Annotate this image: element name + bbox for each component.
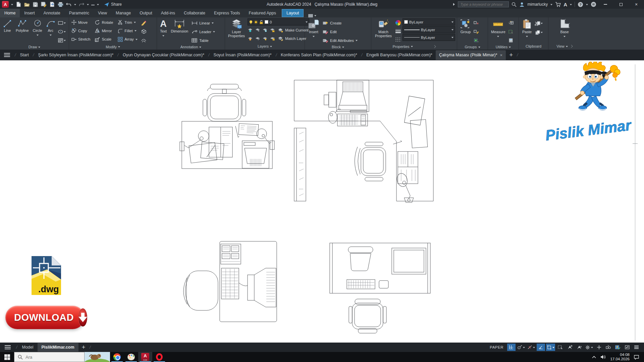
start-button[interactable] <box>0 352 14 362</box>
tab-output[interactable]: Output <box>135 9 157 17</box>
isometric-drafting-toggle[interactable] <box>527 344 536 351</box>
workspace-plus-button[interactable] <box>595 344 603 351</box>
properties-expander-icon[interactable] <box>433 45 436 48</box>
snap-mode-toggle[interactable] <box>517 344 526 351</box>
paste-caret-icon[interactable] <box>526 36 528 38</box>
fillet-button[interactable]: Fillet <box>117 27 138 35</box>
desk-drawing-3[interactable] <box>183 241 277 322</box>
layer-lock-button[interactable] <box>270 26 275 34</box>
arc-button[interactable]: Arc <box>45 18 56 44</box>
clean-screen-button[interactable] <box>623 344 631 351</box>
color-wheel-icon[interactable] <box>395 19 401 26</box>
layer-off-button[interactable] <box>248 26 253 34</box>
layer-isolate-button[interactable] <box>255 26 260 34</box>
model-tab[interactable]: Model <box>18 343 37 352</box>
color-select[interactable]: ByLayer <box>402 18 455 25</box>
file-tab-soyut[interactable]: Soyut İnsan (PislikMimar.com)* <box>210 50 275 60</box>
feedback-icon[interactable] <box>591 2 596 7</box>
group-edit-button[interactable] <box>474 28 479 36</box>
rotate-button[interactable]: Rotate <box>94 18 114 26</box>
panel-label-utilities[interactable]: Utilities <box>488 44 519 50</box>
panel-label-view[interactable]: View <box>548 43 581 50</box>
cart-icon[interactable] <box>555 2 561 7</box>
paint-taskbar-icon[interactable] <box>124 352 138 362</box>
insert-caret-icon[interactable] <box>313 36 315 38</box>
news-widget-thumbnail[interactable] <box>85 352 110 362</box>
tab-collaborate[interactable]: Collaborate <box>179 9 210 17</box>
mirror-button[interactable]: Mirror <box>94 27 114 35</box>
view-expander-icon[interactable] <box>570 45 573 48</box>
desk-drawing-1[interactable] <box>180 84 274 169</box>
line-button[interactable]: Line <box>2 18 13 44</box>
tab-close-icon[interactable]: × <box>500 53 503 58</box>
desk-drawing-2[interactable] <box>294 80 433 202</box>
autocad-taskbar-icon[interactable]: ACAD <box>138 352 152 362</box>
cut-button[interactable] <box>535 19 543 27</box>
layer-properties-button[interactable]: Layer Properties <box>227 18 246 43</box>
make-current-button[interactable]: Make Current <box>277 26 309 34</box>
plot-icon[interactable] <box>57 1 63 7</box>
group-button[interactable]: Group <box>459 18 472 44</box>
layout-menu-icon[interactable] <box>5 345 11 349</box>
scale-button[interactable]: Scale <box>94 36 114 43</box>
minimize-button[interactable] <box>599 0 612 9</box>
edit-block-button[interactable]: Edit <box>322 28 358 36</box>
help-icon[interactable]: ? <box>578 2 583 7</box>
panel-label-properties[interactable]: Properties <box>371 43 457 50</box>
lineweight-icon[interactable] <box>395 27 401 35</box>
username[interactable]: mimarlucky <box>527 2 548 7</box>
save-icon[interactable] <box>32 1 38 7</box>
redo-icon[interactable] <box>78 1 85 7</box>
redo-caret-icon[interactable] <box>87 4 89 6</box>
linear-button[interactable]: Linear <box>191 19 216 27</box>
layer-select[interactable]: 0 <box>248 18 309 25</box>
undo-icon[interactable] <box>66 1 72 7</box>
tab-featured-apps[interactable]: Featured Apps <box>245 9 280 17</box>
panel-label-layers[interactable]: Layers <box>225 43 305 50</box>
layer-on-button[interactable] <box>248 35 253 42</box>
object-snap-toggle[interactable] <box>546 344 555 351</box>
annotation-visibility-toggle[interactable] <box>566 344 574 351</box>
download-button[interactable]: DOWNLOAD <box>5 306 85 329</box>
tab-manage[interactable]: Manage <box>111 9 135 17</box>
file-tab-start[interactable]: Start <box>16 50 32 60</box>
graphics-performance-button[interactable] <box>613 344 622 351</box>
layer-thaw-button[interactable] <box>255 35 260 42</box>
text-caret-icon[interactable] <box>162 35 164 38</box>
layer-sun-button[interactable] <box>262 35 268 42</box>
file-tab-calisma-active[interactable]: Çalışma Masası (Pislik Mimar)* × <box>436 50 506 60</box>
file-tab-oyun[interactable]: Oyun Oynayan Çocuklar (PislikMimar.com)* <box>119 50 208 60</box>
export-icon[interactable] <box>49 1 55 7</box>
share-button[interactable]: Share <box>104 2 122 7</box>
table-button[interactable]: Table <box>191 37 216 44</box>
new-drawing-tab-button[interactable]: + <box>506 51 516 59</box>
desk-drawing-4[interactable] <box>330 243 430 333</box>
measure-caret-icon[interactable] <box>497 36 499 38</box>
tab-insert[interactable]: Insert <box>20 9 39 17</box>
create-block-button[interactable]: Create <box>322 19 358 27</box>
taskbar-search-input[interactable] <box>25 355 76 360</box>
qat-customize-caret-icon[interactable] <box>97 4 99 6</box>
user-icon[interactable] <box>519 2 525 7</box>
rectangle-button[interactable] <box>58 19 66 27</box>
file-tab-sarki[interactable]: Şarkı Söyleyen İnsan (PislikMimar.com)* <box>35 50 117 60</box>
match-layer-button[interactable]: Match Layer <box>277 35 307 42</box>
quick-select-button[interactable] <box>508 19 514 27</box>
new-file-icon[interactable] <box>15 1 21 7</box>
dimension-button[interactable]: Dimension <box>169 18 190 44</box>
autodesk-caret-icon[interactable] <box>570 4 572 6</box>
match-properties-button[interactable]: Match Properties <box>373 18 394 43</box>
app-menu-button[interactable]: A <box>2 1 9 8</box>
volume-icon[interactable] <box>600 355 606 359</box>
quick-calculator-button[interactable] <box>508 37 514 44</box>
undo-caret-icon[interactable] <box>74 4 76 6</box>
linetype-select[interactable]: ByLayer <box>402 34 455 41</box>
base-button[interactable]: Base <box>557 18 572 43</box>
explode-button[interactable] <box>141 27 147 35</box>
help-caret-icon[interactable] <box>586 4 588 6</box>
save-as-icon[interactable] <box>41 1 47 7</box>
file-tab-konferans[interactable]: Konferans Salon Plan (PislikMimar.com)* <box>277 50 361 60</box>
lineweight-select[interactable]: ByLayer <box>402 26 455 33</box>
polar-tracking-toggle[interactable] <box>537 344 545 351</box>
tab-express-tools[interactable]: Express Tools <box>210 9 245 17</box>
